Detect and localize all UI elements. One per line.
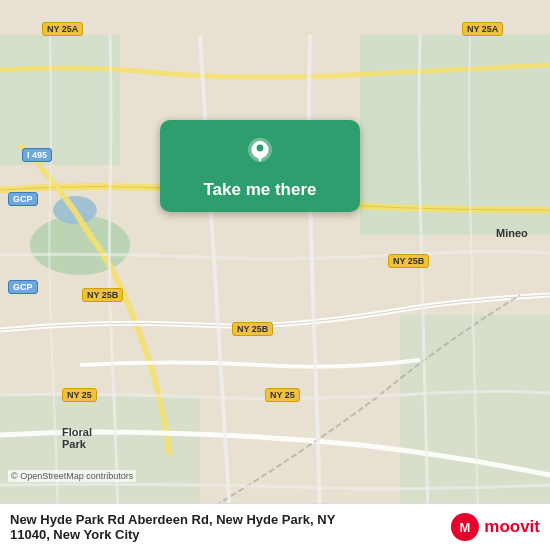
svg-point-9 xyxy=(257,145,264,152)
osm-attribution: © OpenStreetMap contributors xyxy=(8,470,136,482)
address-line1: New Hyde Park Rd Aberdeen Rd, New Hyde P… xyxy=(10,512,450,527)
map-pin-icon xyxy=(242,136,278,172)
moovit-icon: M xyxy=(450,512,480,542)
take-me-there-card[interactable]: Take me there xyxy=(160,120,360,212)
road-label-i495: I 495 xyxy=(22,148,52,162)
address-block: New Hyde Park Rd Aberdeen Rd, New Hyde P… xyxy=(10,512,450,542)
road-label-ny25b-3: NY 25B xyxy=(232,322,273,336)
address-line2: 11040, New York City xyxy=(10,527,450,542)
road-label-gcp-1: GCP xyxy=(8,192,38,206)
road-label-ny25-2: NY 25 xyxy=(265,388,300,402)
take-me-there-label: Take me there xyxy=(203,180,316,200)
road-label-ny25a-2: NY 25A xyxy=(462,22,503,36)
road-label-ny25b-2: NY 25B xyxy=(82,288,123,302)
moovit-logo[interactable]: M moovit xyxy=(450,512,540,542)
road-label-ny25a-1: NY 25A xyxy=(42,22,83,36)
svg-rect-1 xyxy=(0,35,120,165)
svg-text:M: M xyxy=(460,520,471,535)
floral-park-label: FloralPark xyxy=(62,426,92,450)
road-label-mineo: Mineo xyxy=(492,226,532,240)
bottom-bar: New Hyde Park Rd Aberdeen Rd, New Hyde P… xyxy=(0,503,550,550)
road-label-ny25b-1: NY 25B xyxy=(388,254,429,268)
map-container: NY 25A NY 25A I 495 GCP GCP NY 25B NY 25… xyxy=(0,0,550,550)
road-label-gcp-2: GCP xyxy=(8,280,38,294)
map-roads-svg xyxy=(0,0,550,550)
road-label-ny25-1: NY 25 xyxy=(62,388,97,402)
moovit-text: moovit xyxy=(484,517,540,537)
